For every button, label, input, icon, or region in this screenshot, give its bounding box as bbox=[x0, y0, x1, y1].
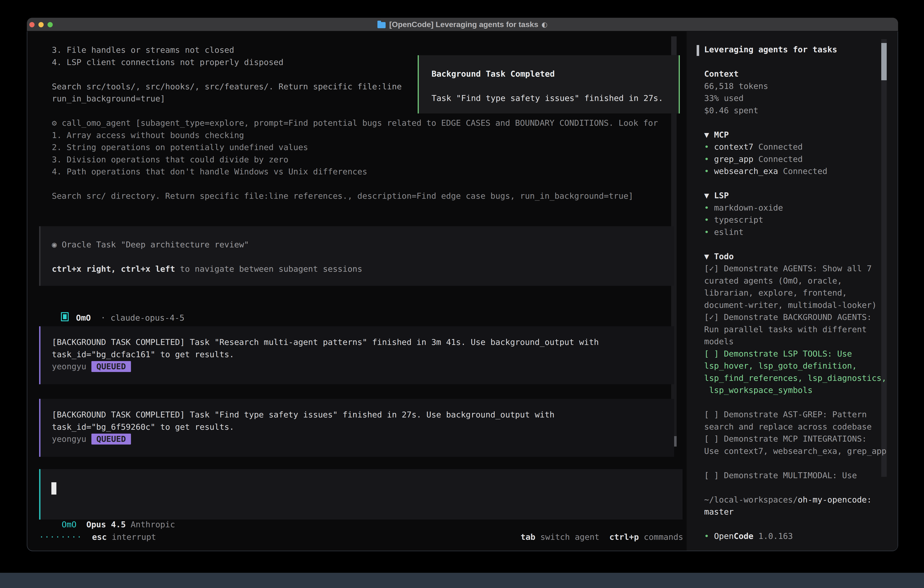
author-name: yeongyu bbox=[52, 434, 86, 444]
app-version-row: • OpenCode 1.0.163 bbox=[704, 530, 888, 542]
terminal-line: 3. File handles or streams not closed bbox=[52, 44, 658, 56]
message-line: [BACKGROUND TASK COMPLETED] Task "Find t… bbox=[52, 409, 674, 421]
tab-key-hint: tab bbox=[521, 532, 535, 542]
repo-name: oh-my-opencode: bbox=[798, 495, 872, 504]
folder-icon bbox=[378, 22, 386, 28]
esc-key-hint: esc bbox=[92, 532, 107, 542]
spinner-dots-icon: ········ bbox=[39, 532, 82, 542]
blank-line bbox=[704, 396, 888, 409]
status-badge: QUEUED bbox=[91, 361, 131, 372]
mcp-section-header[interactable]: ▼ MCP bbox=[704, 129, 888, 141]
zoom-button[interactable] bbox=[48, 22, 53, 27]
input-agent-name: OmO bbox=[62, 520, 76, 529]
minimize-button[interactable] bbox=[38, 22, 44, 27]
message-meta: yeongyuQUEUED bbox=[52, 360, 674, 373]
agent-call-line: ⚙ call_omo_agent [subagent_type=explore,… bbox=[52, 117, 658, 129]
bullet-icon: • bbox=[704, 531, 709, 541]
blank-line bbox=[704, 457, 888, 469]
notification-title: Background Task Completed bbox=[432, 68, 679, 80]
mcp-status: Connected bbox=[758, 154, 803, 164]
blank-line bbox=[704, 56, 888, 68]
blank-line bbox=[704, 481, 888, 494]
blank-line bbox=[52, 251, 674, 263]
agent-call-line: Search src/ directory. Return specific f… bbox=[52, 190, 658, 202]
context-used: 33% used bbox=[704, 92, 888, 104]
todo-item: [ ] Demonstrate AST-GREP: Pattern search… bbox=[704, 408, 888, 433]
window-title: [OpenCode] Leveraging agents for tasks bbox=[389, 20, 538, 29]
chevron-down-icon: ▼ bbox=[704, 191, 709, 200]
blank-line bbox=[704, 518, 888, 530]
input-provider-name: Anthropic bbox=[131, 520, 175, 529]
message-meta: yeongyuQUEUED bbox=[52, 433, 674, 445]
bullet-icon: • bbox=[704, 154, 709, 164]
mcp-item: • grep_app Connected bbox=[704, 153, 888, 165]
bullet-icon: • bbox=[704, 203, 709, 212]
mcp-item: • websearch_exa Connected bbox=[704, 165, 888, 177]
mcp-item: • context7 Connected bbox=[704, 141, 888, 153]
sidebar-content: Leveraging agents for tasks Context 66,5… bbox=[704, 43, 888, 542]
bullet-icon: • bbox=[704, 227, 709, 237]
context-header: Context bbox=[704, 68, 888, 80]
oracle-icon: ◉ bbox=[52, 240, 57, 249]
oracle-task-box: ◉ Oracle Task "Deep architecture review"… bbox=[39, 226, 674, 286]
mcp-status: Connected bbox=[758, 142, 803, 152]
lsp-section-header[interactable]: ▼ LSP bbox=[704, 189, 888, 202]
background-task-message: [BACKGROUND TASK COMPLETED] Task "Resear… bbox=[39, 326, 674, 384]
blank-line bbox=[704, 116, 888, 129]
blank-line bbox=[704, 238, 888, 250]
close-button[interactable] bbox=[29, 22, 35, 27]
lsp-item: • markdown-oxide bbox=[704, 202, 888, 214]
todo-item: [ ] Demonstrate MULTIMODAL: Use bbox=[704, 469, 888, 482]
lsp-item: • eslint bbox=[704, 226, 888, 238]
input-model-row: OmO Opus 4.5 Anthropic bbox=[52, 506, 175, 519]
working-indicator-icon: ◐ bbox=[541, 20, 548, 28]
app-version: 1.0.163 bbox=[758, 531, 793, 541]
status-right: tab switch agent ctrl+p commands bbox=[521, 532, 683, 542]
app-name: OpenCode bbox=[714, 531, 753, 541]
message-line: task_id="bg_6f59260c" to get results. bbox=[52, 421, 674, 433]
oracle-task-title: ◉ Oracle Task "Deep architecture review" bbox=[52, 238, 674, 251]
context-spent: $0.46 spent bbox=[704, 104, 888, 117]
todo-item: [✓] Demonstrate AGENTS: Show all 7 curat… bbox=[704, 263, 888, 311]
agent-call-line: 1. Array access without bounds checking bbox=[52, 129, 658, 141]
author-name: yeongyu bbox=[52, 362, 86, 371]
agent-icon bbox=[61, 312, 69, 321]
status-bar: ········ esc interrupt tab switch agent … bbox=[39, 531, 683, 543]
todo-section-header[interactable]: ▼ Todo bbox=[704, 250, 888, 263]
context-tokens: 66,518 tokens bbox=[704, 80, 888, 92]
todo-item: [✓] Demonstrate BACKGROUND AGENTS: Run p… bbox=[704, 311, 888, 348]
text-cursor[interactable] bbox=[51, 482, 56, 495]
session-title: Leveraging agents for tasks bbox=[704, 43, 888, 56]
lsp-item: • typescript bbox=[704, 214, 888, 226]
agent-call-line: 3. Division operations that could divide… bbox=[52, 154, 658, 166]
workspace-path: ~/local-workspaces/oh-my-opencode: bbox=[704, 494, 888, 506]
desktop-dock-strip bbox=[0, 573, 924, 588]
chevron-down-icon: ▼ bbox=[704, 252, 709, 261]
chevron-down-icon: ▼ bbox=[704, 130, 709, 139]
agent-call-line: 2. String operations on potentially unde… bbox=[52, 141, 658, 154]
bullet-icon: • bbox=[704, 215, 709, 225]
gear-icon: ⚙ bbox=[52, 118, 57, 127]
background-task-message: [BACKGROUND TASK COMPLETED] Task "Find t… bbox=[39, 399, 674, 457]
todo-item-active: [ ] Demonstrate LSP TOOLS: Use lsp_hover… bbox=[704, 348, 888, 396]
message-line: [BACKGROUND TASK COMPLETED] Task "Resear… bbox=[52, 336, 674, 349]
blank-line bbox=[432, 80, 679, 92]
status-badge: QUEUED bbox=[91, 434, 131, 444]
blank-line bbox=[52, 178, 658, 190]
status-left: ········ esc interrupt bbox=[39, 532, 156, 542]
git-branch: master bbox=[704, 506, 888, 518]
window-titlebar[interactable]: [OpenCode] Leveraging agents for tasks ◐ bbox=[27, 18, 898, 31]
notification-popup: Background Task Completed Task "Find typ… bbox=[417, 55, 680, 114]
todo-item: [ ] Demonstrate MCP INTEGRATIONS: Use co… bbox=[704, 433, 888, 457]
input-model-name: Opus 4.5 bbox=[86, 520, 126, 529]
message-line: task_id="bg_dcfac161" to get results. bbox=[52, 349, 674, 361]
notification-body: Task "Find type safety issues" finished … bbox=[432, 92, 679, 104]
bullet-icon: • bbox=[704, 142, 709, 152]
main-scrollbar-top-segment bbox=[671, 36, 676, 55]
bullet-icon: • bbox=[704, 167, 709, 176]
separator-dot bbox=[91, 313, 101, 322]
keyboard-shortcut: ctrl+x right, ctrl+x left bbox=[52, 264, 175, 274]
blank-line bbox=[704, 177, 888, 190]
oracle-task-hint: ctrl+x right, ctrl+x left to navigate be… bbox=[52, 263, 674, 275]
agent-call-line: 4. Path operations that don't handle Win… bbox=[52, 165, 658, 178]
